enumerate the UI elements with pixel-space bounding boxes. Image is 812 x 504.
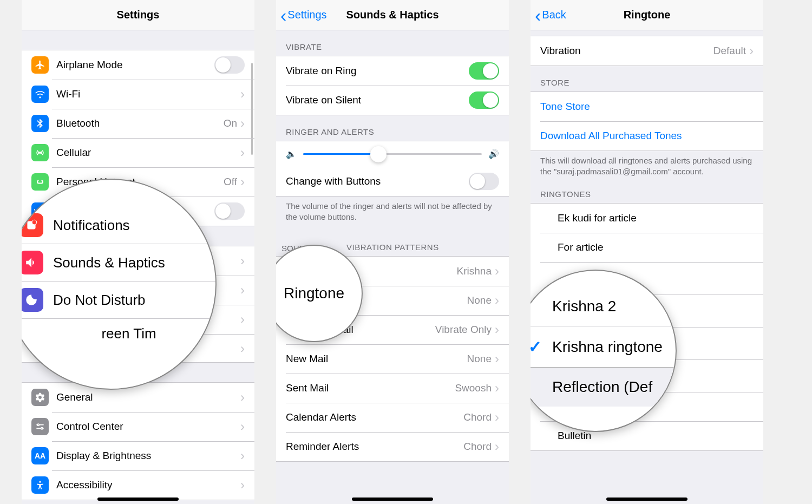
row-display[interactable]: AA Display & Brightness › — [22, 441, 254, 470]
mag-row-dnd[interactable]: Do Not Disturb — [22, 281, 215, 318]
vibrate-ring-switch[interactable] — [469, 62, 499, 80]
gear-icon — [31, 389, 49, 406]
row-ringtone-item[interactable]: Ek kudi for article — [531, 204, 763, 233]
change-buttons-switch[interactable] — [469, 173, 499, 190]
volume-slider[interactable] — [303, 153, 482, 155]
row-sent-mail[interactable]: Sent Mail Swoosh › — [276, 374, 509, 403]
row-change-buttons[interactable]: Change with Buttons — [276, 167, 509, 196]
row-vibrate-ring[interactable]: Vibrate on Ring — [276, 56, 509, 86]
navbar-title: Ringtone — [624, 9, 671, 21]
chevron-right-icon: › — [240, 390, 245, 405]
screen-ringtone: ‹ Back Ringtone Vibration Default › STOR… — [531, 0, 763, 504]
mag-label: reen Tim — [101, 325, 156, 342]
row-label: Change with Buttons — [286, 175, 469, 187]
row-vibrate-silent[interactable]: Vibrate on Silent — [276, 86, 509, 115]
row-label: Accessibility — [56, 479, 240, 491]
navbar: ‹ Back Ringtone — [531, 0, 763, 30]
row-cellular[interactable]: Cellular › — [22, 138, 254, 167]
row-bluetooth[interactable]: Bluetooth On › — [22, 109, 254, 138]
row-airplane-mode[interactable]: Airplane Mode — [22, 50, 254, 80]
group-general: General › Control Center › AA Display & … — [22, 382, 254, 500]
chevron-right-icon: › — [749, 43, 754, 58]
home-indicator[interactable] — [606, 498, 687, 501]
row-label: Airplane Mode — [56, 59, 214, 71]
display-icon: AA — [31, 447, 49, 464]
row-label: Ek kudi for article — [558, 212, 754, 224]
row-calendar-alerts[interactable]: Calendar Alerts Chord › — [276, 403, 509, 432]
row-download-all[interactable]: Download All Purchased Tones — [531, 121, 763, 150]
chevron-right-icon: › — [495, 322, 499, 337]
row-reminder-alerts[interactable]: Reminder Alerts Chord › — [276, 432, 509, 461]
row-label: New Mail — [286, 353, 467, 365]
bluetooth-icon — [31, 115, 49, 132]
mag-row-screentime-partial[interactable]: reen Tim — [22, 318, 215, 349]
home-indicator[interactable] — [352, 498, 433, 501]
home-indicator[interactable] — [97, 498, 179, 501]
chevron-right-icon: › — [240, 253, 245, 269]
svg-point-4 — [41, 428, 43, 429]
moon-icon — [22, 288, 43, 312]
row-value: Vibrate Only — [435, 324, 492, 336]
accessibility-icon — [31, 476, 49, 494]
row-label: Download All Purchased Tones — [540, 130, 754, 142]
row-label: Display & Brightness — [56, 450, 240, 462]
row-label: Sent Mail — [286, 382, 455, 394]
hotspot-icon — [31, 173, 49, 191]
row-value: Off — [224, 176, 237, 188]
chevron-right-icon: › — [240, 87, 245, 102]
chevron-right-icon: › — [240, 341, 245, 356]
chevron-right-icon: › — [495, 264, 499, 279]
row-new-mail[interactable]: New Mail None › — [276, 344, 509, 374]
volume-slider-row: 🔈 🔊 — [276, 141, 509, 167]
airplane-switch[interactable] — [214, 56, 245, 74]
volume-high-icon: 🔊 — [488, 149, 499, 159]
row-tone-store[interactable]: Tone Store — [531, 92, 763, 121]
vibrate-silent-switch[interactable] — [469, 91, 499, 109]
mag-row-notifications[interactable]: Notifications — [22, 207, 215, 244]
chevron-right-icon: › — [495, 410, 499, 425]
chevron-right-icon: › — [240, 448, 245, 463]
row-vibration[interactable]: Vibration Default › — [531, 36, 763, 66]
chevron-right-icon: › — [240, 419, 245, 434]
row-label: Bluetooth — [56, 117, 224, 129]
mag-label: Ringtone — [284, 285, 344, 302]
row-value: None — [467, 294, 492, 306]
back-label: Back — [542, 9, 566, 21]
svg-point-1 — [37, 424, 39, 426]
row-general[interactable]: General › — [22, 383, 254, 412]
row-accessibility[interactable]: Accessibility › — [22, 470, 254, 500]
row-value: Default — [713, 45, 746, 57]
chevron-left-icon: ‹ — [280, 6, 286, 24]
mag-row-ringtone-item[interactable]: ✓ Krishna ringtone — [531, 326, 676, 367]
back-button[interactable]: ‹ Back — [535, 6, 566, 24]
svg-point-0 — [40, 152, 41, 154]
chevron-right-icon: › — [495, 351, 499, 366]
chevron-right-icon: › — [495, 381, 499, 396]
vpn-switch[interactable] — [214, 202, 245, 220]
svg-point-9 — [32, 220, 37, 225]
row-wifi[interactable]: Wi-Fi › — [22, 80, 254, 109]
mag-row-ringtone-item[interactable]: Reflection (Def — [531, 367, 676, 407]
back-button[interactable]: ‹ Settings — [280, 6, 327, 24]
navbar-title: Settings — [117, 9, 160, 21]
row-label: Vibrate on Silent — [286, 94, 469, 106]
wifi-icon — [31, 86, 49, 103]
navbar: Settings — [22, 0, 254, 30]
row-label: Cellular — [56, 147, 240, 159]
row-value: None — [467, 353, 492, 365]
chevron-right-icon: › — [240, 477, 245, 493]
mag-row-ringtone[interactable]: Ringtone — [276, 271, 362, 316]
mag-row-sounds[interactable]: Sounds & Haptics — [22, 244, 215, 281]
row-control-center[interactable]: Control Center › — [22, 412, 254, 441]
row-value: On — [224, 117, 237, 129]
section-header-ringer: RINGER AND ALERTS — [276, 115, 509, 141]
row-label: Calendar Alerts — [286, 411, 463, 423]
row-value: Chord — [463, 441, 492, 453]
chevron-right-icon: › — [240, 145, 245, 160]
content-scroll[interactable]: Vibration Default › STORE Tone Store Dow… — [531, 30, 763, 504]
volume-low-icon: 🔈 — [286, 149, 297, 159]
row-ringtone-item[interactable]: For article — [531, 233, 763, 262]
row-label: Wi-Fi — [56, 88, 237, 100]
cellular-icon — [31, 144, 49, 161]
mag-label: Do Not Disturb — [53, 292, 146, 309]
